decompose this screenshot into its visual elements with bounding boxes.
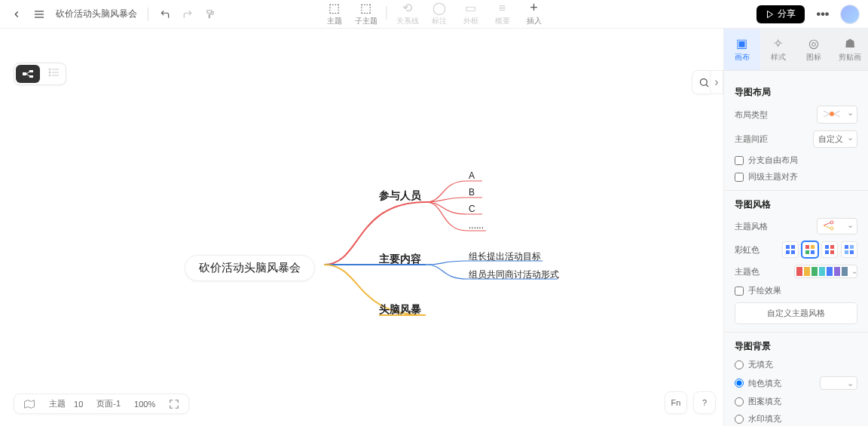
tool-label: 概要 [495, 16, 510, 26]
svg-rect-47 [850, 245, 854, 249]
format-painter-icon[interactable] [200, 4, 221, 25]
avatar[interactable] [841, 5, 859, 23]
tool-topic[interactable]: ⬚主题 [319, 0, 350, 26]
svg-point-11 [49, 72, 50, 73]
rainbow-opt-2[interactable] [802, 241, 818, 258]
bg-none-radio[interactable]: 无填充 [735, 359, 857, 370]
tab-canvas[interactable]: ▣画布 [724, 29, 760, 70]
svg-line-16 [706, 84, 708, 87]
share-button[interactable]: 分享 [756, 5, 805, 23]
tool-label: 标注 [432, 16, 447, 26]
svg-rect-41 [811, 250, 815, 254]
leaf-B[interactable]: B [469, 187, 475, 198]
doc-title[interactable]: 砍价活动头脑风暴会 [56, 8, 137, 20]
map-icon[interactable] [23, 399, 35, 409]
redo-icon[interactable] [177, 4, 198, 25]
theme-color-select[interactable]: ⌄ [794, 265, 857, 278]
tool-subtopic[interactable]: ⬚子主题 [350, 0, 382, 26]
svg-line-31 [824, 225, 831, 228]
svg-rect-36 [786, 250, 790, 254]
back-icon[interactable] [6, 4, 27, 25]
svg-point-33 [830, 227, 833, 230]
topic-count[interactable]: 主题 10 [49, 398, 83, 409]
rainbow-opt-3[interactable] [821, 241, 838, 258]
status-bar: 主题 10 页面-1 100% [14, 394, 189, 414]
mindmap-root[interactable]: 砍价活动头脑风暴会 [185, 255, 315, 281]
leaf-A[interactable]: A [469, 170, 475, 181]
svg-rect-40 [805, 250, 809, 254]
layout-type-select[interactable] [817, 106, 857, 124]
sibling-align-check[interactable]: 同级主题对齐 [735, 171, 857, 182]
tool-frame[interactable]: ▭外框 [455, 0, 487, 26]
svg-rect-4 [23, 72, 26, 75]
branch-content[interactable]: 主要内容 [379, 253, 421, 266]
branch-brainstorm[interactable]: 头脑风暴 [379, 303, 421, 317]
share-label: 分享 [778, 8, 796, 20]
branch-participants[interactable]: 参与人员 [379, 189, 421, 203]
view-toggle [14, 63, 66, 85]
rainbow-opt-1[interactable] [782, 241, 799, 258]
tool-insert[interactable]: +插入 [518, 0, 550, 26]
zoom-level[interactable]: 100% [134, 400, 155, 409]
hand-drawn-check[interactable]: 手绘效果 [735, 285, 857, 296]
svg-line-28 [834, 111, 840, 114]
tool-label: 插入 [527, 16, 542, 26]
sidebar: ▣画布 ✧样式 ◎图标 ☗剪贴画 导图布局 布局类型 主题间距 自定义 分支自由… [723, 29, 868, 426]
bg-pattern-radio[interactable]: 图案填充 [735, 396, 857, 407]
undo-icon[interactable] [154, 4, 176, 25]
page-indicator[interactable]: 页面-1 [96, 398, 121, 409]
svg-rect-46 [845, 245, 848, 249]
leaf-goal[interactable]: 组长提出活动目标 [469, 250, 541, 263]
divider [148, 8, 148, 21]
leaf-more[interactable]: ...... [469, 220, 484, 231]
top-left-group: 砍价活动头脑风暴会 [0, 4, 221, 25]
svg-point-32 [830, 221, 833, 224]
svg-marker-3 [768, 11, 773, 17]
tab-clipboard[interactable]: ☗剪贴画 [832, 29, 868, 70]
divider [387, 6, 387, 20]
theme-style-label: 主题风格 [735, 221, 768, 232]
top-center-tools: ⬚主题 ⬚子主题 ⟲关系线 ◯标注 ▭外框 ≡概要 +插入 [319, 0, 550, 29]
fullscreen-icon[interactable] [169, 399, 179, 409]
spacing-label: 主题间距 [735, 133, 768, 145]
divider [724, 190, 868, 191]
main-area: › 砍价活动头脑风暴会 参与人员 A B C .... [0, 29, 868, 426]
fn-button[interactable]: Fn [665, 391, 687, 414]
sidebar-collapse-icon[interactable]: › [710, 70, 723, 94]
svg-rect-48 [845, 250, 848, 254]
svg-rect-8 [29, 75, 33, 78]
canvas[interactable]: › 砍价活动头脑风暴会 参与人员 A B C .... [0, 29, 723, 426]
section-bg-title: 导图背景 [735, 340, 857, 353]
svg-rect-49 [850, 250, 854, 254]
leaf-C[interactable]: C [469, 204, 475, 214]
theme-style-select[interactable] [817, 218, 857, 234]
tool-label: 外框 [463, 16, 478, 26]
svg-rect-44 [825, 250, 829, 254]
svg-rect-38 [805, 245, 809, 249]
help-button[interactable]: ? [693, 391, 716, 414]
mindmap-view-icon[interactable] [16, 65, 40, 83]
rainbow-opt-4[interactable] [841, 241, 857, 258]
tool-label: 关系线 [396, 16, 419, 26]
tab-format[interactable]: ✧样式 [760, 29, 796, 70]
outline-view-icon[interactable] [41, 63, 66, 81]
tool-label: 子主题 [355, 16, 377, 26]
bg-solid-radio[interactable]: 纯色填充 [735, 376, 857, 390]
more-icon[interactable]: ••• [812, 4, 833, 25]
tab-icons[interactable]: ◎图标 [796, 29, 833, 70]
tool-relation[interactable]: ⟲关系线 [392, 0, 423, 26]
tool-label: 主题 [327, 16, 342, 26]
custom-style-button[interactable]: 自定义主题风格 [735, 302, 857, 324]
svg-rect-35 [791, 245, 795, 249]
bg-watermark-radio[interactable]: 水印填充 [735, 413, 857, 424]
spacing-select[interactable]: 自定义 [813, 130, 857, 148]
section-layout-title: 导图布局 [735, 86, 857, 99]
menu-icon[interactable] [29, 4, 50, 25]
tool-note[interactable]: ◯标注 [423, 0, 455, 26]
bg-solid-color-select[interactable] [820, 376, 857, 390]
tool-summary[interactable]: ≡概要 [487, 0, 518, 26]
svg-point-15 [700, 78, 707, 85]
leaf-discuss[interactable]: 组员共同商讨活动形式 [469, 268, 559, 281]
top-bar: 砍价活动头脑风暴会 ⬚主题 ⬚子主题 ⟲关系线 ◯标注 ▭外框 ≡概要 +插入 … [0, 0, 868, 29]
free-branch-check[interactable]: 分支自由布局 [735, 155, 857, 166]
